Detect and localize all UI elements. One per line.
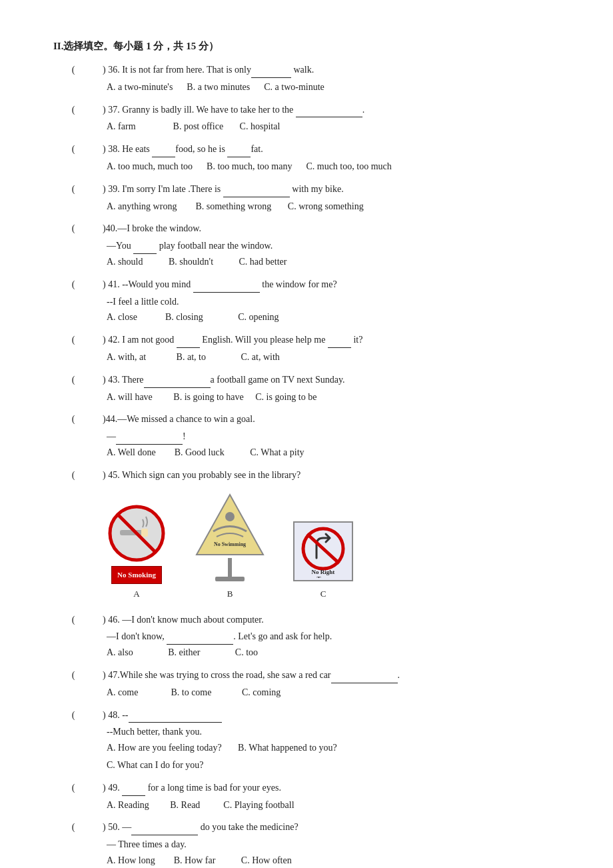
question-39: ( ) 39. I'm sorry I'm late .There is wit… (53, 181, 560, 215)
q37-options: A. farm B. post office C. hospital (53, 119, 560, 135)
q36-paren: ( (53, 62, 93, 78)
sign-a-label: No Smoking (111, 566, 162, 584)
sign-a-svg (107, 503, 167, 563)
sign-b-graphic: No Swimming (193, 491, 267, 581)
q44-line2: —! (53, 429, 560, 445)
sign-b-item: No Swimming B (193, 491, 267, 601)
q40-line2: —You play football near the window. (53, 238, 560, 254)
q40-options: A. should B. shouldn't C. had better (53, 254, 560, 270)
q41-options: A. close B. closing C. opening (53, 309, 560, 325)
sign-b-svg: No Swimming (193, 491, 267, 558)
question-49: ( ) 49. for a long time is bad for your … (53, 780, 560, 813)
q46-line2: —I don't know, . Let's go and ask for he… (53, 629, 560, 645)
q48-opt-c: C. What can I do for you? (53, 757, 560, 773)
q49-paren: ( (53, 780, 93, 796)
section-title: II.选择填空。每小题 1 分，共 15 分） (53, 40, 560, 53)
q46-options: A. also B. either C. too (53, 645, 560, 661)
q44-options: A. Well done B. Good luck C. What a pity (53, 445, 560, 461)
q38-paren: ( (53, 141, 93, 157)
question-46: ( ) 46. —I don't know much about compute… (53, 612, 560, 661)
q43-paren: ( (53, 372, 93, 388)
q42-paren: ( (53, 332, 93, 348)
sign-b-pole (228, 558, 232, 577)
q38-text: ) 38. He eats food, so he is fat. (93, 141, 560, 157)
svg-text:No Right: No Right (312, 569, 335, 575)
q44-paren: ( (53, 411, 93, 427)
q39-options: A. anything wrong B. something wrong C. … (53, 199, 560, 215)
sign-c-svg: No Right Turn (297, 525, 350, 578)
question-40: ( )40.—I broke the window. —You play foo… (53, 221, 560, 269)
q43-text: ) 43. Therea football game on TV next Su… (93, 372, 560, 388)
q37-paren: ( (53, 102, 93, 118)
sign-c-graphic: No Right Turn (293, 521, 353, 581)
q43-options: A. will have B. is going to have C. is g… (53, 389, 560, 405)
q50-text: ) 50. — do you take the medicine? (93, 819, 560, 835)
question-50: ( ) 50. — do you take the medicine? — Th… (53, 819, 560, 868)
question-36: ( ) 36. It is not far from here. That is… (53, 62, 560, 95)
q49-text: ) 49. for a long time is bad for your ey… (93, 780, 560, 796)
sign-a-graphic (107, 503, 167, 563)
question-48: ( ) 48. -- --Much better, thank you. A. … (53, 707, 560, 773)
q39-paren: ( (53, 181, 93, 197)
sign-c-letter: C (320, 587, 326, 601)
q37-text: ) 37. Granny is badly ill. We have to ta… (93, 102, 560, 118)
q47-options: A. come B. to come C. coming (53, 685, 560, 701)
q44-text: )44.—We missed a chance to win a goal. (93, 411, 560, 427)
q48-line2: --Much better, thank you. (53, 724, 560, 740)
q41-line2: --I feel a little cold. (53, 294, 560, 310)
q41-text: ) 41. --Would you mind the window for me… (93, 277, 560, 293)
q49-options: A. Reading B. Read C. Playing football (53, 797, 560, 813)
sign-b-base (215, 577, 245, 581)
question-44: ( )44.—We missed a chance to win a goal.… (53, 411, 560, 460)
q42-options: A. with, at B. at, to C. at, with (53, 349, 560, 365)
sign-c-item: No Right Turn C (293, 521, 353, 601)
sign-b-letter: B (227, 587, 233, 601)
q38-options: A. too much, much too B. too much, too m… (53, 159, 560, 175)
q47-paren: ( (53, 667, 93, 683)
q47-text: ) 47.While she was trying to cross the r… (93, 667, 560, 683)
q50-options: A. How long B. How far C. How often (53, 853, 560, 868)
svg-point-6 (225, 512, 235, 521)
signs-row: No Smoking A No Swimming (53, 491, 560, 601)
q42-text: ) 42. I am not good English. Will you pl… (93, 332, 560, 348)
q36-text: ) 36. It is not far from here. That is o… (93, 62, 560, 78)
q40-text: )40.—I broke the window. (93, 221, 560, 237)
q45-paren: ( (53, 467, 93, 483)
question-47: ( ) 47.While she was trying to cross the… (53, 667, 560, 701)
q50-paren: ( (53, 819, 93, 835)
sign-a-item: No Smoking A (107, 503, 167, 601)
q48-text: ) 48. -- (93, 707, 560, 723)
q45-text: ) 45. Which sign can you probably see in… (93, 467, 560, 483)
q39-text: ) 39. I'm sorry I'm late .There is with … (93, 181, 560, 197)
svg-text:No Swimming: No Swimming (214, 541, 246, 547)
q41-paren: ( (53, 277, 93, 293)
q40-paren: ( (53, 221, 93, 237)
question-38: ( ) 38. He eats food, so he is fat. A. t… (53, 141, 560, 175)
q46-paren: ( (53, 612, 93, 628)
question-37: ( ) 37. Granny is badly ill. We have to … (53, 102, 560, 135)
q48-opt-a: A. How are you feeling today? B. What ha… (53, 740, 560, 756)
sign-a-letter: A (133, 587, 139, 601)
svg-text:Turn: Turn (316, 575, 329, 578)
question-41: ( ) 41. --Would you mind the window for … (53, 277, 560, 325)
svg-rect-2 (141, 529, 148, 537)
q36-options: A. a two-minute's B. a two minutes C. a … (53, 79, 560, 95)
q48-paren: ( (53, 707, 93, 723)
question-45: ( ) 45. Which sign can you probably see … (53, 467, 560, 601)
q46-text: ) 46. —I don't know much about computer. (93, 612, 560, 628)
q50-line2: — Three times a day. (53, 837, 560, 853)
question-43: ( ) 43. Therea football game on TV next … (53, 372, 560, 405)
question-42: ( ) 42. I am not good English. Will you … (53, 332, 560, 365)
